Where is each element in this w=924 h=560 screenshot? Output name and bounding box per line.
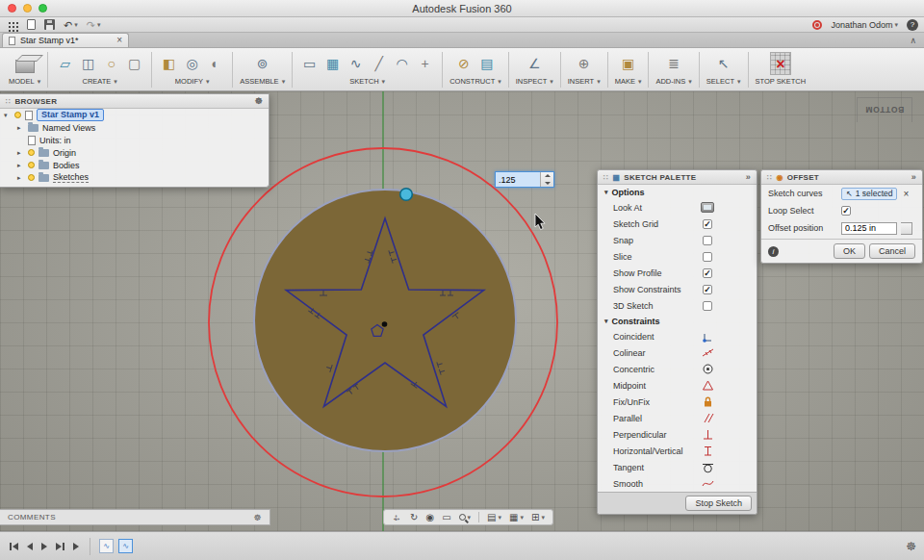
spline-tool-icon[interactable]: ∿	[346, 52, 366, 75]
save-icon[interactable]	[44, 19, 55, 30]
body-profile-circle[interactable]	[254, 190, 516, 451]
browser-item-label[interactable]: Sketches	[53, 172, 89, 183]
step-forward-button[interactable]	[54, 543, 66, 550]
visibility-bulb-icon[interactable]	[28, 162, 35, 168]
offset-position-stepper[interactable]	[901, 222, 912, 235]
chevron-down-icon[interactable]: ▾	[4, 112, 11, 119]
offset-plane-icon[interactable]: ▤	[476, 52, 497, 75]
chevron-up-icon[interactable]: ∧	[910, 36, 922, 47]
offset-dialog-header[interactable]: ∷ ◉ OFFSET »	[761, 170, 922, 185]
grid-settings-menu[interactable]: ▦▾	[509, 512, 524, 522]
offset-position-input[interactable]	[841, 222, 897, 235]
browser-item-label[interactable]: Bodies	[53, 161, 80, 170]
origin-point[interactable]	[382, 321, 388, 327]
stepper-up-icon[interactable]	[541, 172, 553, 180]
pan-icon[interactable]	[392, 512, 402, 522]
browser-item-sketches[interactable]: ▸ Sketches	[0, 171, 269, 184]
insert-icon[interactable]: ⊕	[574, 52, 594, 75]
constraint-midpoint[interactable]: Midpoint	[598, 377, 757, 394]
browser-panel-header[interactable]: ∷ BROWSER ☸	[0, 94, 269, 109]
options-section-header[interactable]: Options	[598, 185, 757, 199]
stepper-down-icon[interactable]	[541, 180, 553, 188]
toolbar-menu-model[interactable]: MODEL▾	[9, 77, 40, 86]
close-tab-icon[interactable]: ×	[116, 35, 122, 46]
stop-sketch-footer-button[interactable]: Stop Sketch	[685, 496, 752, 511]
comments-bar[interactable]: COMMENTS ☸	[0, 509, 270, 525]
loop-select-checkbox[interactable]: ✓	[841, 206, 851, 216]
toolbar-menu-assemble[interactable]: ASSEMBLE▾	[240, 77, 285, 86]
constraint-colinear[interactable]: Colinear	[598, 344, 757, 361]
redo-button[interactable]: ↷ ▾	[87, 18, 101, 32]
browser-item-units[interactable]: Units: in	[0, 134, 269, 146]
gear-icon[interactable]: ☸	[254, 513, 262, 522]
file-menu-icon[interactable]	[27, 19, 36, 30]
go-to-start-button[interactable]	[8, 543, 20, 550]
constraint-perpendicular[interactable]: Perpendicular	[598, 426, 757, 443]
record-icon[interactable]	[812, 20, 822, 30]
construction-plane-icon[interactable]: ⊘	[453, 52, 474, 75]
chevron-right-icon[interactable]: ▸	[17, 149, 24, 157]
visibility-bulb-icon[interactable]	[28, 174, 35, 181]
create-sketch-icon[interactable]: ▱	[55, 52, 75, 75]
slice-checkbox[interactable]	[703, 252, 712, 262]
clear-selection-icon[interactable]: ×	[903, 189, 909, 199]
viewcube[interactable]: BOTTOM	[857, 97, 912, 122]
rectangle-tool-icon[interactable]: ▭	[299, 52, 320, 75]
constraint-tangent[interactable]: Tangent	[598, 459, 757, 475]
constraint-fix-unfix[interactable]: Fix/UnFix	[598, 394, 757, 410]
chevron-right-icon[interactable]: ▸	[17, 124, 24, 132]
browser-item-root[interactable]: ▾ Star Stamp v1	[0, 109, 269, 121]
toolbar-menu-make[interactable]: MAKE▾	[615, 77, 642, 86]
zoom-window-icon[interactable]: ▭	[442, 512, 450, 522]
press-pull-icon[interactable]: ◧	[159, 52, 179, 75]
toolbar-menu-inspect[interactable]: INSPECT▾	[516, 77, 553, 86]
data-panel-icon[interactable]	[9, 22, 11, 24]
browser-item-label[interactable]: Units: in	[39, 136, 71, 145]
offset-distance-stepper[interactable]	[540, 172, 553, 187]
viewports-menu[interactable]: ⊞▾	[531, 512, 545, 522]
make-icon[interactable]: ▣	[618, 52, 638, 75]
box-primitive-icon[interactable]: ◫	[78, 52, 98, 75]
sketch-palette-header[interactable]: ∷ ▦ SKETCH PALETTE »	[598, 170, 757, 185]
joint-icon[interactable]: ⊚	[252, 52, 272, 75]
arc-tool-icon[interactable]: ◠	[392, 52, 412, 75]
offset-distance-input[interactable]	[496, 172, 540, 187]
display-settings-menu[interactable]: ▤▾	[487, 512, 501, 522]
sketch-grid-checkbox[interactable]: ✓	[703, 219, 712, 229]
stop-sketch-button[interactable]: STOP SKETCH	[756, 77, 807, 86]
model-workspace-icon[interactable]	[14, 52, 35, 75]
toolbar-menu-sketch[interactable]: SKETCH▾	[349, 77, 385, 86]
go-to-end-button[interactable]	[71, 543, 81, 550]
dimension-tool-icon[interactable]: +	[415, 52, 435, 75]
document-tab[interactable]: Star Stamp v1* ×	[2, 33, 129, 47]
expand-panel-icon[interactable]: »	[911, 172, 916, 182]
chevron-right-icon[interactable]: ▸	[17, 174, 24, 182]
addins-icon[interactable]: ≣	[664, 52, 684, 75]
browser-item-origin[interactable]: ▸ Origin	[0, 146, 269, 159]
selected-sketch-point[interactable]	[400, 189, 413, 201]
toolbar-menu-create[interactable]: CREATE▾	[82, 77, 116, 86]
line-tool-icon[interactable]: ╱	[369, 52, 389, 75]
ok-button[interactable]: OK	[834, 243, 865, 259]
info-icon[interactable]: i	[768, 246, 779, 257]
gear-icon[interactable]: ☸	[906, 540, 916, 553]
help-icon[interactable]: ?	[907, 19, 918, 31]
show-constraints-checkbox[interactable]: ✓	[703, 285, 712, 294]
undo-button[interactable]: ↶ ▾	[64, 18, 78, 32]
sketch-canvas[interactable]: BOTTOM ∷ BROWSER ☸ ▾ Star Stamp v1 ▸ Nam…	[0, 91, 924, 531]
show-profile-checkbox[interactable]: ✓	[703, 268, 712, 278]
browser-item-label[interactable]: Named Views	[42, 123, 95, 133]
cancel-button[interactable]: Cancel	[869, 243, 915, 259]
browser-item-bodies[interactable]: ▸ Bodies	[0, 159, 269, 171]
constraint-concentric[interactable]: Concentric	[598, 361, 757, 377]
measure-icon[interactable]: ∠	[525, 52, 545, 75]
constraint-horizontal-vertical[interactable]: Horizontal/Vertical	[598, 443, 757, 459]
form-icon[interactable]: ▢	[124, 52, 144, 75]
toolbar-menu-insert[interactable]: INSERT▾	[568, 77, 601, 86]
constraint-smooth[interactable]: Smooth	[598, 475, 757, 492]
fillet-icon[interactable]: ◎	[182, 52, 202, 75]
toolbar-menu-select[interactable]: SELECT▾	[706, 77, 741, 86]
zoom-menu[interactable]: ▾	[459, 514, 472, 522]
constraint-coincident[interactable]: Coincident	[598, 328, 757, 344]
3d-sketch-checkbox[interactable]	[703, 301, 712, 311]
